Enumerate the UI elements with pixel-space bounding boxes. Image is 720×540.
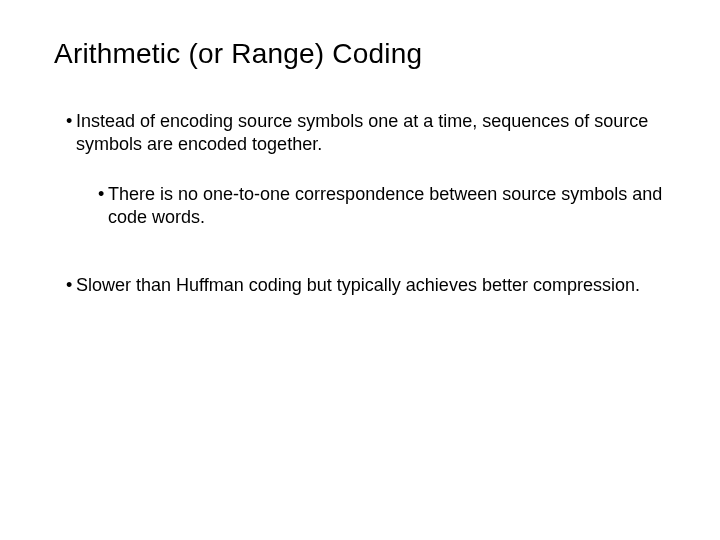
bullet-text: There is no one-to-one correspondence be… bbox=[108, 184, 662, 227]
slide: Arithmetic (or Range) Coding •Instead of… bbox=[0, 0, 720, 540]
slide-body: •Instead of encoding source symbols one … bbox=[54, 110, 670, 297]
bullet-text: Instead of encoding source symbols one a… bbox=[76, 111, 648, 154]
bullet-icon: • bbox=[66, 274, 76, 297]
bullet-icon: • bbox=[98, 183, 108, 206]
bullet-item: •There is no one-to-one correspondence b… bbox=[54, 183, 670, 228]
bullet-item: •Instead of encoding source symbols one … bbox=[54, 110, 670, 155]
slide-title: Arithmetic (or Range) Coding bbox=[54, 38, 670, 70]
bullet-item: •Slower than Huffman coding but typicall… bbox=[54, 274, 670, 297]
bullet-text: Slower than Huffman coding but typically… bbox=[76, 275, 640, 295]
bullet-icon: • bbox=[66, 110, 76, 133]
